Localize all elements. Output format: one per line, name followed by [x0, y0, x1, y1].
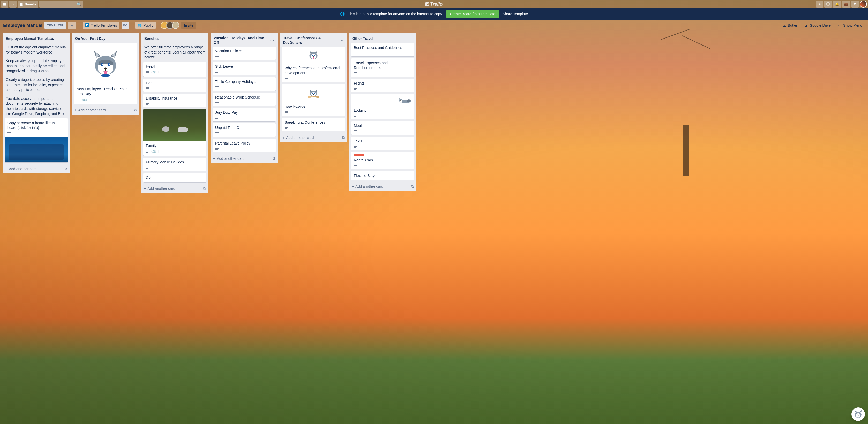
card-badges — [215, 101, 273, 104]
boards-button[interactable]: ▥ Boards — [18, 1, 38, 8]
list-menu-button[interactable]: ⋯ — [62, 36, 67, 42]
card[interactable]: Flexible Stay — [351, 171, 414, 180]
member-avatar[interactable] — [172, 22, 179, 29]
card[interactable]: Taxis — [351, 137, 414, 150]
search-icon: 🔍 — [76, 2, 82, 7]
card[interactable]: Unpaid Time Off — [213, 123, 276, 136]
card[interactable]: Dental — [143, 78, 207, 92]
list-menu-button[interactable]: ⋯ — [270, 37, 275, 43]
card-title: Rental Cars — [354, 158, 412, 163]
template-card-icon[interactable]: ⧉ — [203, 186, 206, 191]
card[interactable]: Gym — [143, 173, 207, 182]
info-button[interactable]: ⓘ — [824, 1, 832, 8]
list-intro-text: We offer full time employees a range of … — [143, 43, 207, 62]
home-button[interactable]: ⌂ — [9, 1, 17, 8]
card[interactable]: Flights — [351, 79, 414, 92]
card[interactable]: Family📎1 — [143, 109, 207, 156]
share-template-link[interactable]: Share Template — [502, 12, 528, 16]
card[interactable]: Copy or create a board like this board (… — [5, 119, 68, 162]
card-title: Flexible Stay — [354, 173, 412, 178]
list-menu-button[interactable]: ⋯ — [339, 37, 344, 43]
board-members[interactable] — [162, 22, 179, 29]
help-bubble[interactable] — [851, 407, 865, 421]
card[interactable]: Rental Cars — [351, 152, 414, 169]
list-title[interactable]: Travel, Conferences & DevDollars — [283, 36, 339, 45]
card-title: Vacation Policies — [215, 48, 273, 54]
card[interactable]: New Employee - Read On Your First Day📎1 — [74, 43, 137, 104]
add-card-button[interactable]: +Add another card⧉ — [72, 106, 139, 115]
invite-button[interactable]: Invite — [181, 22, 196, 29]
show-menu-label: Show Menu — [843, 23, 862, 27]
template-card-icon[interactable]: ⧉ — [134, 108, 136, 112]
card[interactable]: Trello Company Holidays — [213, 77, 276, 91]
card[interactable]: Reasonable Work Schedule — [213, 93, 276, 106]
card[interactable]: Lodging — [351, 94, 414, 119]
description-badge — [215, 71, 219, 73]
trello-workspace-icon — [85, 23, 89, 27]
add-card-button[interactable]: +Add another card⧉ — [349, 182, 416, 191]
template-card-icon[interactable]: ⧉ — [273, 156, 275, 161]
show-menu-button[interactable]: ⋯Show Menu — [835, 22, 865, 29]
list-menu-button[interactable]: ⋯ — [200, 36, 205, 42]
create-from-template-button[interactable]: Create Board from Template — [446, 10, 499, 18]
card[interactable]: Sick Leave — [213, 62, 276, 75]
add-card-button[interactable]: +Add another card⧉ — [141, 184, 209, 193]
svg-point-19 — [314, 93, 315, 94]
notifications-button[interactable]: 🔔 — [833, 1, 841, 8]
template-card-icon[interactable]: ⧉ — [342, 135, 344, 140]
attachment-count: 1 — [157, 71, 159, 74]
gear-icon: ⚙ — [854, 2, 857, 6]
board-title[interactable]: Employee Manual — [3, 23, 42, 28]
plus-icon: + — [74, 108, 76, 112]
card-title: Speaking at Conferences — [284, 120, 342, 125]
add-card-button[interactable]: +Add another card⧉ — [280, 133, 347, 142]
list-title[interactable]: Vacation, Holidays, And Time Off — [214, 36, 270, 45]
description-badge — [215, 101, 219, 104]
card[interactable]: Meals — [351, 121, 414, 134]
add-card-button[interactable]: +Add another card⧉ — [211, 154, 278, 163]
card[interactable]: Disability Insurance — [143, 94, 207, 107]
star-button[interactable]: ☆ — [68, 22, 76, 29]
list-title[interactable]: On Your First Day — [75, 36, 105, 41]
template-card-icon[interactable]: ⧉ — [411, 184, 414, 189]
card[interactable]: Parental Leave Policy — [213, 139, 276, 152]
description-icon — [215, 132, 219, 135]
google-drive-button[interactable]: ▲Google Drive — [802, 22, 834, 29]
list-title[interactable]: Benefits — [144, 36, 159, 41]
card[interactable]: Jury Duty Pay — [213, 108, 276, 121]
add-button[interactable]: + — [816, 1, 823, 8]
workspace-chip[interactable]: Trello Templates — [83, 22, 120, 29]
board-canvas[interactable]: Employee Manual Template:⋯Dust off the a… — [0, 31, 868, 424]
card[interactable]: Health📎1 — [143, 62, 207, 76]
apps-button[interactable]: ⊞ — [1, 1, 8, 8]
board-header: Employee Manual TEMPLATE ☆ Trello Templa… — [0, 20, 868, 31]
list-menu-button[interactable]: ⋯ — [131, 36, 136, 42]
description-badge — [284, 126, 288, 129]
card[interactable]: Primary Mobile Devices — [143, 158, 207, 171]
card[interactable]: Travel Expenses and Reimbursements — [351, 58, 414, 76]
card-badges — [354, 145, 412, 148]
list-menu-button[interactable]: ⋯ — [408, 36, 413, 42]
list-title[interactable]: Employee Manual Template: — [6, 36, 54, 41]
user-avatar[interactable] — [860, 1, 867, 8]
logo[interactable]: Trello — [426, 2, 443, 7]
card-label-red — [354, 154, 364, 156]
briefcase-button[interactable]: 💼 — [842, 1, 850, 8]
svg-point-15 — [313, 57, 314, 59]
card[interactable]: Speaking at Conferences — [282, 118, 345, 131]
card[interactable]: How it works. — [282, 84, 345, 116]
card[interactable]: Best Practices and Guidelines — [351, 43, 414, 56]
card-badges — [215, 132, 273, 135]
briefcase-icon: 💼 — [844, 2, 848, 6]
list-title[interactable]: Other Travel — [352, 36, 373, 41]
card[interactable]: Vacation Policies — [213, 46, 276, 60]
card[interactable]: Why conferences and professional develop… — [282, 46, 345, 82]
butler-button[interactable]: ☁Butler — [780, 22, 800, 29]
add-card-button[interactable]: +Add another card⧉ — [3, 164, 70, 173]
visibility-chip[interactable]: 🌐 Public — [135, 22, 156, 29]
settings-button[interactable]: ⚙ — [851, 1, 859, 8]
list-intro-text: Dust off the age old employee manual for… — [5, 43, 68, 57]
template-card-icon[interactable]: ⧉ — [65, 166, 67, 171]
svg-point-17 — [311, 92, 316, 96]
workspace-name: Trello Templates — [91, 23, 117, 27]
